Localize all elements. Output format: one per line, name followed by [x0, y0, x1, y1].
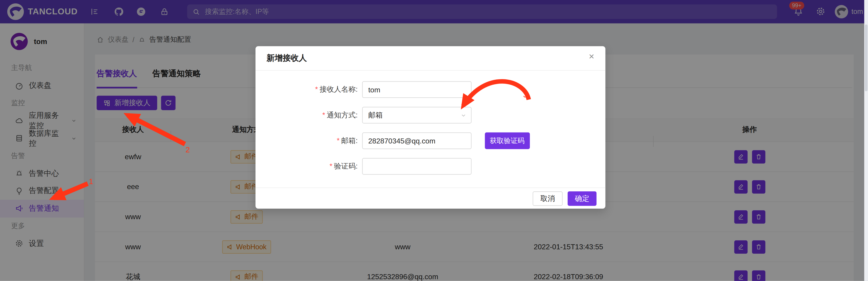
required-mark: *	[330, 162, 332, 170]
confirm-button[interactable]: 确定	[568, 191, 596, 205]
receiver-name-input[interactable]	[362, 81, 472, 98]
notice-method-select[interactable]: 邮箱	[362, 107, 472, 123]
modal-footer: 取消 确定	[255, 188, 606, 209]
field-label: *邮箱:	[255, 136, 362, 146]
select-value: 邮箱	[368, 110, 382, 120]
field-label: *通知方式:	[255, 110, 362, 120]
required-mark: *	[337, 136, 340, 145]
modal-header: 新增接收人 ×	[255, 46, 606, 71]
scrollbar-thumb[interactable]	[865, 24, 868, 91]
vertical-scrollbar[interactable]	[864, 0, 868, 281]
app-root: TANCLOUD 99+	[0, 0, 868, 281]
field-label: *验证码:	[255, 161, 362, 171]
email-input[interactable]	[362, 133, 472, 149]
required-mark: *	[315, 85, 318, 93]
close-icon[interactable]: ×	[585, 51, 598, 63]
field-label: *接收人名称:	[255, 85, 362, 95]
add-receiver-modal: 新增接收人 × *接收人名称: *通知方式: 邮箱 *邮箱: 获取验证码	[255, 46, 606, 208]
chevron-down-icon	[460, 112, 467, 118]
form-row-email: *邮箱: 获取验证码	[255, 133, 606, 149]
cancel-button[interactable]: 取消	[533, 191, 563, 205]
get-verify-code-button[interactable]: 获取验证码	[485, 133, 529, 149]
modal-title: 新增接收人	[267, 53, 307, 62]
verify-code-input[interactable]	[362, 158, 472, 175]
form-row-notice-method: *通知方式: 邮箱	[255, 107, 606, 123]
form-row-verify-code: *验证码:	[255, 158, 606, 175]
modal-body: *接收人名称: *通知方式: 邮箱 *邮箱: 获取验证码 *验证码:	[255, 71, 606, 188]
form-row-receiver-name: *接收人名称:	[255, 81, 606, 98]
required-mark: *	[322, 111, 325, 119]
